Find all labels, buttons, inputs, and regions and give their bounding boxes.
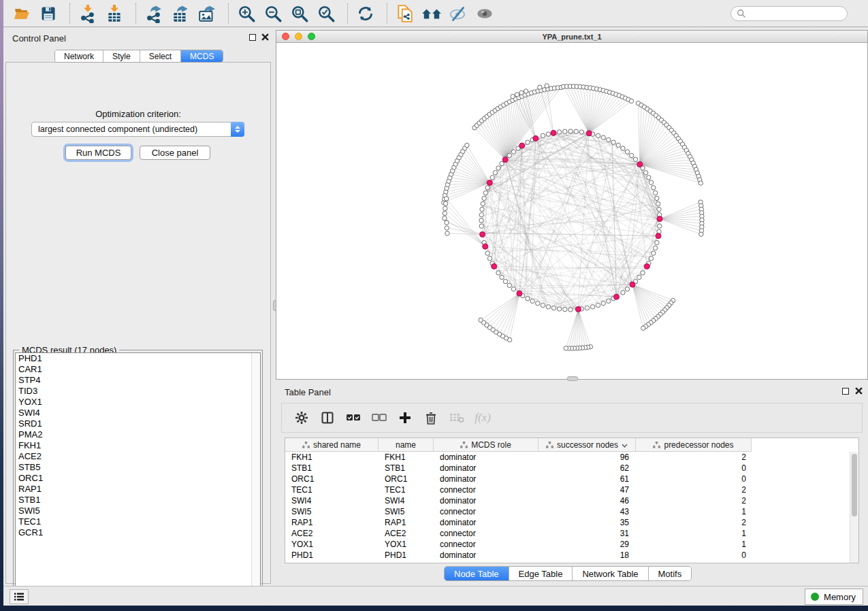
network-node[interactable] xyxy=(511,287,515,291)
mcds-result-scrollbar[interactable] xyxy=(251,353,260,599)
network-node[interactable] xyxy=(568,129,573,133)
table-row[interactable]: RAP1RAP1dominator352 xyxy=(285,517,850,528)
network-node[interactable] xyxy=(530,299,534,303)
mcds-result-item[interactable]: SWI5 xyxy=(16,506,260,516)
network-node[interactable] xyxy=(630,153,634,157)
delete-column-icon[interactable] xyxy=(421,408,441,427)
network-node-mcds[interactable] xyxy=(483,244,488,249)
network-node[interactable] xyxy=(656,201,660,205)
tab-select[interactable]: Select xyxy=(140,50,181,62)
mcds-result-item[interactable]: CAR1 xyxy=(16,364,260,375)
mcds-result-item[interactable]: YOX1 xyxy=(16,397,260,408)
table-row[interactable]: SWI4SWI4dominator462 xyxy=(285,495,850,506)
network-node[interactable] xyxy=(563,308,567,312)
network-node-mcds[interactable] xyxy=(644,264,649,269)
network-node[interactable] xyxy=(511,150,515,154)
network-node-mcds[interactable] xyxy=(657,216,662,222)
network-node[interactable] xyxy=(480,207,484,211)
table-settings-gear-icon[interactable] xyxy=(291,408,312,427)
network-node[interactable] xyxy=(564,346,568,350)
network-node[interactable] xyxy=(629,99,633,103)
mcds-result-item[interactable]: ACE2 xyxy=(16,451,260,462)
network-node[interactable] xyxy=(479,224,483,228)
table-row[interactable]: STB1STB1dominator620 xyxy=(285,463,850,474)
network-node[interactable] xyxy=(485,251,489,255)
network-node[interactable] xyxy=(625,287,629,291)
column-header-successor-nodes[interactable]: successor nodes xyxy=(539,438,636,452)
network-node-mcds[interactable] xyxy=(614,294,620,299)
network-node[interactable] xyxy=(655,240,659,244)
network-node[interactable] xyxy=(607,137,611,142)
network-node[interactable] xyxy=(657,207,661,211)
network-node-mcds[interactable] xyxy=(480,232,485,237)
network-node[interactable] xyxy=(568,308,573,312)
close-panel-icon[interactable] xyxy=(261,33,269,41)
network-node[interactable] xyxy=(482,196,486,200)
network-node[interactable] xyxy=(524,89,528,93)
tab-mcds[interactable]: MCDS xyxy=(181,50,223,62)
network-node[interactable] xyxy=(647,176,651,180)
column-header-MCDS-role[interactable]: MCDS role xyxy=(434,438,539,452)
network-node[interactable] xyxy=(649,257,653,261)
network-node[interactable] xyxy=(445,197,449,201)
table-row[interactable]: YOX1YOX1connector291 xyxy=(285,539,850,550)
table-scrollbar[interactable] xyxy=(850,452,858,563)
network-node[interactable] xyxy=(611,140,615,144)
mcds-result-item[interactable]: SRD1 xyxy=(16,418,260,429)
network-node[interactable] xyxy=(641,271,645,275)
search-box[interactable] xyxy=(730,6,848,21)
network-node[interactable] xyxy=(652,251,656,255)
add-column-icon[interactable] xyxy=(395,408,415,427)
mcds-result-item[interactable]: STB1 xyxy=(16,495,260,506)
network-node-mcds[interactable] xyxy=(519,143,525,148)
export-network-icon[interactable] xyxy=(142,4,165,23)
network-node[interactable] xyxy=(511,95,515,99)
tab-network[interactable]: Network xyxy=(55,50,103,62)
network-node[interactable] xyxy=(621,291,625,295)
network-node[interactable] xyxy=(443,216,447,220)
network-node-mcds[interactable] xyxy=(630,282,635,287)
table-row[interactable]: TEC1TEC1connector472 xyxy=(285,484,850,495)
network-node-mcds[interactable] xyxy=(492,264,497,269)
column-header-name[interactable]: name xyxy=(379,438,434,452)
network-node[interactable] xyxy=(445,220,449,225)
network-node[interactable] xyxy=(574,129,578,133)
mcds-result-item[interactable]: STB5 xyxy=(16,462,260,473)
network-node-mcds[interactable] xyxy=(487,180,492,186)
network-node[interactable] xyxy=(546,305,550,309)
network-node[interactable] xyxy=(526,297,530,301)
import-table-icon[interactable] xyxy=(103,4,126,23)
mcds-result-item[interactable]: STP4 xyxy=(16,375,260,386)
network-node[interactable] xyxy=(633,157,637,161)
network-node[interactable] xyxy=(443,206,447,210)
network-node-mcds[interactable] xyxy=(517,291,522,296)
tab-motifs[interactable]: Motifs xyxy=(649,567,692,580)
zoom-fit-icon[interactable] xyxy=(288,4,311,23)
network-node[interactable] xyxy=(596,303,600,307)
close-panel-button[interactable]: Close panel xyxy=(140,146,210,160)
mcds-result-item[interactable]: ORC1 xyxy=(16,473,260,484)
network-canvas[interactable] xyxy=(276,43,867,379)
network-node[interactable] xyxy=(625,150,629,154)
export-image-icon[interactable] xyxy=(195,4,219,23)
deselect-all-icon[interactable] xyxy=(369,408,389,427)
network-node[interactable] xyxy=(445,231,449,235)
network-node[interactable] xyxy=(649,180,653,184)
network-node[interactable] xyxy=(541,133,545,137)
mcds-result-item[interactable]: TEC1 xyxy=(16,516,260,527)
network-node[interactable] xyxy=(590,305,594,309)
refresh-icon[interactable] xyxy=(354,4,377,23)
table-row[interactable]: SWI5SWI5connector431 xyxy=(285,506,850,517)
network-node[interactable] xyxy=(493,171,497,175)
network-node[interactable] xyxy=(515,93,519,97)
network-node[interactable] xyxy=(487,257,492,261)
network-node[interactable] xyxy=(538,85,542,89)
task-history-button[interactable] xyxy=(10,589,29,604)
first-neighbors-icon[interactable] xyxy=(420,4,443,23)
table-row[interactable]: ACE2ACE2connector311 xyxy=(285,528,850,539)
tab-node-table[interactable]: Node Table xyxy=(445,567,509,580)
network-node[interactable] xyxy=(641,326,645,330)
run-mcds-button[interactable]: Run MCDS xyxy=(65,146,131,160)
network-node-mcds[interactable] xyxy=(586,131,592,136)
network-node[interactable] xyxy=(601,301,605,306)
